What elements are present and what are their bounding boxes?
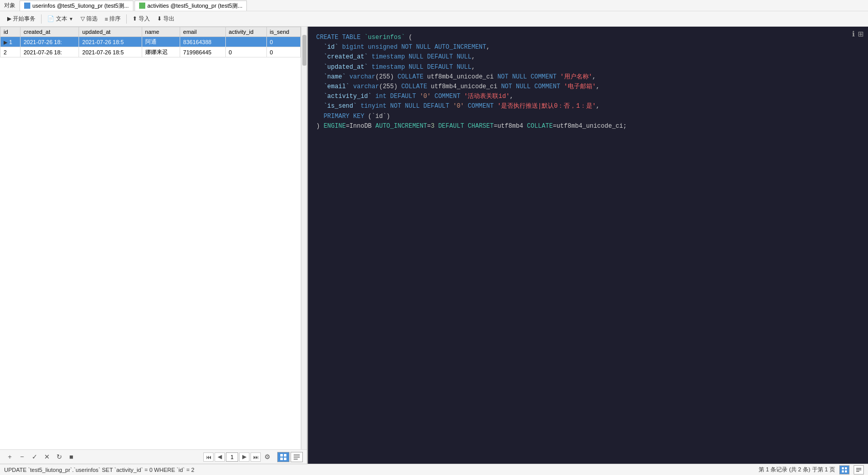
grid-icon[interactable]: ⊞ <box>858 30 864 38</box>
prev-page-button[interactable]: ◀ <box>215 452 225 462</box>
form-view-icon <box>293 453 300 461</box>
data-table: id created_at updated_at name email acti… <box>0 27 301 57</box>
text-label: 文本 <box>56 15 67 23</box>
first-page-button[interactable]: ⏮ <box>203 452 214 462</box>
tab-activities[interactable]: activities @test5_liutong_pr (test5测... <box>134 1 247 11</box>
stop-button[interactable]: ■ <box>66 452 77 462</box>
col-header-created-at[interactable]: created_at <box>21 27 79 37</box>
grid-view-icon <box>280 453 287 461</box>
svg-rect-5 <box>294 457 300 458</box>
grid-view-button[interactable] <box>277 452 290 462</box>
sort-icon: ≡ <box>105 16 108 22</box>
filter-button[interactable]: ▽ 筛选 <box>78 14 101 24</box>
export-icon: ⬇ <box>157 15 162 22</box>
import-label: 导入 <box>139 15 150 23</box>
vertical-scrollbar[interactable] <box>301 27 307 449</box>
form-view-button[interactable] <box>291 452 303 462</box>
text-icon: 📄 <box>47 15 54 22</box>
bottom-nav-bar: + − ✓ ✕ ↻ ■ ⏮ ◀ ▶ ⏭ ⚙ <box>0 449 307 464</box>
tab-activities-label: activities @test5_liutong_pr (test5测... <box>147 2 242 10</box>
svg-rect-3 <box>284 458 286 460</box>
col-header-email[interactable]: email <box>180 27 225 37</box>
add-record-button[interactable]: + <box>4 452 15 462</box>
svg-rect-6 <box>294 459 298 460</box>
sort-button[interactable]: ≡ 排序 <box>102 14 124 24</box>
col-header-id[interactable]: id <box>1 27 21 37</box>
svg-rect-0 <box>280 454 283 457</box>
next-page-button[interactable]: ▶ <box>239 452 249 462</box>
table-row[interactable]: 22021-07-26 18:2021-07-26 18:5娜娜来迟719986… <box>1 47 301 57</box>
cancel-edit-button[interactable]: ✕ <box>41 452 52 462</box>
right-panel: ℹ ⊞ CREATE TABLE `userinfos` ( `id` bigi… <box>308 27 868 464</box>
svg-rect-9 <box>842 470 844 472</box>
right-top-icons: ℹ ⊞ <box>852 30 864 38</box>
top-bar: 对象 userinfos @test5_liutong_pr (test5测..… <box>0 0 868 11</box>
col-header-activity-id[interactable]: activity_id <box>225 27 266 37</box>
status-bar: UPDATE `test5_liutong_pr`.`userinfos` SE… <box>0 464 868 475</box>
status-form-icon <box>856 467 862 473</box>
text-button[interactable]: 📄 文本 ▼ <box>44 14 76 24</box>
record-count-text: 第 1 条记录 (共 2 条) 于第 1 页 <box>759 466 835 473</box>
refresh-button[interactable]: ↻ <box>53 452 65 462</box>
sql-editor: CREATE TABLE `userinfos` ( `id` bigint u… <box>308 27 868 464</box>
view-toggle <box>277 452 303 462</box>
record-tools: + − ✓ ✕ ↻ ■ <box>4 452 201 462</box>
col-header-updated-at[interactable]: updated_at <box>79 27 142 37</box>
table-row[interactable]: ▶ 12021-07-26 18:2021-07-26 18:5阿通836164… <box>1 37 301 47</box>
status-form-view[interactable] <box>854 465 864 474</box>
delete-record-button[interactable]: − <box>16 452 28 462</box>
left-panel: id created_at updated_at name email acti… <box>0 27 308 464</box>
col-header-is-send[interactable]: is_send <box>266 27 300 37</box>
last-page-button[interactable]: ⏭ <box>250 452 261 462</box>
table-header-row: id created_at updated_at name email acti… <box>1 27 301 37</box>
table-container[interactable]: id created_at updated_at name email acti… <box>0 27 301 57</box>
start-task-label: 开始事务 <box>13 15 35 23</box>
svg-rect-7 <box>842 467 844 469</box>
main-area: id created_at updated_at name email acti… <box>0 27 868 464</box>
tab-userinfos-label: userinfos @test5_liutong_pr (test5测... <box>32 2 129 10</box>
col-header-name[interactable]: name <box>142 27 180 37</box>
toolbar-sep-1 <box>41 14 42 24</box>
page-number-input[interactable] <box>226 452 238 462</box>
sort-label: 排序 <box>109 15 121 23</box>
scroll-thumb[interactable] <box>302 35 306 66</box>
text-dropdown-icon: ▼ <box>69 16 73 22</box>
export-label: 导出 <box>163 15 175 23</box>
import-icon: ⬆ <box>132 15 137 22</box>
start-task-button[interactable]: ▶ 开始事务 <box>4 14 38 24</box>
svg-rect-1 <box>284 454 286 457</box>
settings-button[interactable]: ⚙ <box>262 452 273 462</box>
status-grid-icon <box>841 467 847 473</box>
filter-label: 筛选 <box>86 15 98 23</box>
table-icon-green <box>139 3 145 9</box>
confirm-button[interactable]: ✓ <box>29 452 40 462</box>
svg-rect-8 <box>845 467 847 469</box>
table-icon-blue <box>24 3 30 9</box>
svg-rect-4 <box>294 454 300 456</box>
top-bar-label: 对象 <box>4 2 15 9</box>
status-sql-text: UPDATE `test5_liutong_pr`.`userinfos` SE… <box>4 467 759 473</box>
export-button[interactable]: ⬇ 导出 <box>154 14 178 24</box>
status-grid-view[interactable] <box>839 465 850 474</box>
toolbar-sep-2 <box>126 14 127 24</box>
filter-icon: ▽ <box>81 15 85 22</box>
svg-rect-13 <box>856 471 859 472</box>
start-task-icon: ▶ <box>7 15 11 22</box>
svg-rect-2 <box>280 458 283 460</box>
toolbar: ▶ 开始事务 📄 文本 ▼ ▽ 筛选 ≡ 排序 ⬆ 导入 ⬇ 导出 <box>0 11 868 27</box>
svg-rect-12 <box>856 469 861 470</box>
table-wrapper: id created_at updated_at name email acti… <box>0 27 301 449</box>
page-nav: ⏮ ◀ ▶ ⏭ ⚙ <box>203 452 273 462</box>
svg-rect-10 <box>845 470 847 472</box>
import-button[interactable]: ⬆ 导入 <box>129 14 153 24</box>
info-icon[interactable]: ℹ <box>852 30 855 38</box>
row-arrow-icon: ▶ <box>4 39 9 45</box>
status-right: 第 1 条记录 (共 2 条) 于第 1 页 <box>759 465 864 474</box>
svg-rect-11 <box>856 468 861 469</box>
tab-userinfos[interactable]: userinfos @test5_liutong_pr (test5测... <box>20 1 133 11</box>
